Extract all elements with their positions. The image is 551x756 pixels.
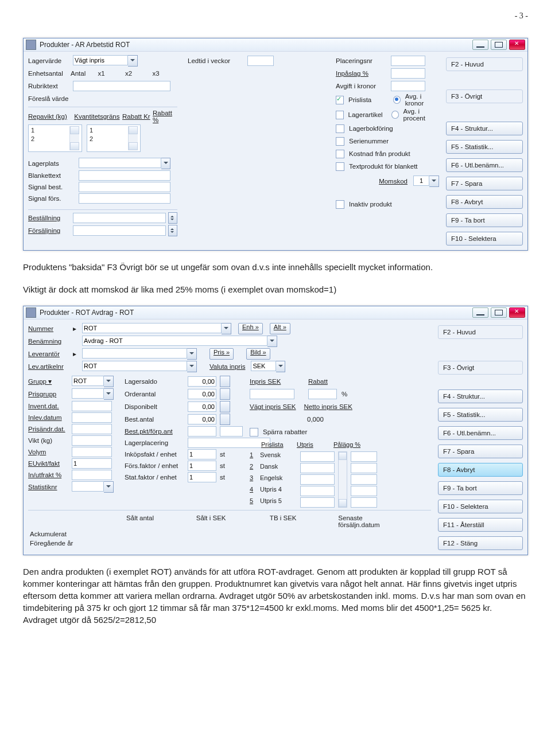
scrollbar[interactable] <box>338 451 347 508</box>
f9-tabort-button[interactable]: F9 - Ta bort <box>446 213 523 227</box>
serienr-check[interactable] <box>336 137 344 146</box>
inaktiv-check[interactable] <box>336 200 344 209</box>
f8-avbryt-button[interactable]: F8 - Avbryt <box>438 463 523 477</box>
lagerbok-check[interactable] <box>336 124 344 133</box>
stat-combo[interactable] <box>72 481 114 493</box>
maximize-button[interactable] <box>491 40 507 50</box>
invent-input[interactable] <box>72 401 112 411</box>
inlev-input[interactable] <box>72 412 112 423</box>
minimize-button[interactable] <box>472 307 488 318</box>
palagg-5[interactable] <box>351 497 377 508</box>
maximize-button[interactable] <box>491 307 507 318</box>
f11-aterstall-button[interactable]: F11 - Återställ <box>438 518 523 532</box>
inpris-input[interactable] <box>250 389 294 399</box>
chevron-down-icon[interactable] <box>187 361 197 372</box>
forsaljning-input[interactable] <box>73 225 166 236</box>
prisgrupp-combo[interactable] <box>72 388 114 400</box>
prisandr-input[interactable] <box>72 424 112 434</box>
sparra-check[interactable] <box>250 428 258 437</box>
repavikt-list[interactable]: 12 <box>28 124 82 152</box>
bestallning-spin[interactable] <box>168 212 177 224</box>
lagervarde-input[interactable] <box>73 55 128 65</box>
chevron-down-icon[interactable] <box>267 336 277 347</box>
euvikt-input[interactable] <box>72 458 112 469</box>
momskod-combo[interactable] <box>413 176 439 187</box>
signalbest-input[interactable] <box>79 182 170 192</box>
f10-selektera-button[interactable]: F10 - Selektera <box>438 500 523 513</box>
placering-input[interactable] <box>391 56 425 66</box>
f10-selektera-button[interactable]: F10 - Selektera <box>446 232 523 245</box>
vikt-input[interactable] <box>72 435 112 446</box>
prislista-check[interactable] <box>336 96 344 104</box>
bild-button[interactable]: Bild » <box>246 348 270 360</box>
chevron-down-icon[interactable] <box>222 323 231 334</box>
palagg-2[interactable] <box>351 463 377 473</box>
f5-statistik-button[interactable]: F5 - Statistik... <box>446 140 523 154</box>
f5-statistik-button[interactable]: F5 - Statistik... <box>438 408 523 422</box>
chevron-down-icon[interactable] <box>220 388 230 400</box>
utpris-5[interactable] <box>300 497 335 508</box>
f4-struktur-button[interactable]: F4 - Struktur... <box>438 389 523 403</box>
f6-utlbenamn-button[interactable]: F6 - Utl.benämn... <box>446 158 523 172</box>
lagerplats-combo[interactable] <box>79 158 170 169</box>
kvant-list[interactable]: 12 <box>87 124 141 152</box>
inpaslag-input[interactable] <box>391 68 425 79</box>
chevron-down-icon[interactable] <box>128 55 138 67</box>
f6-utlbenamn-button[interactable]: F6 - Utl.benämn... <box>438 426 523 440</box>
chevron-down-icon[interactable] <box>187 348 197 360</box>
f8-avbryt-button[interactable]: F8 - Avbryt <box>446 195 523 209</box>
chevron-down-icon[interactable] <box>276 361 285 372</box>
chevron-down-icon[interactable] <box>104 388 114 400</box>
titlebar[interactable]: Produkter - AR Arbetstid ROT <box>24 38 527 52</box>
avgp-radio[interactable] <box>391 111 399 119</box>
avgift-input[interactable] <box>391 81 425 91</box>
nummer-combo[interactable] <box>82 323 231 334</box>
bestallning-input[interactable] <box>73 213 166 223</box>
f7-spara-button[interactable]: F7 - Spara <box>446 177 523 190</box>
f3-ovrigt-button[interactable]: F3 - Övrigt <box>446 89 523 103</box>
chevron-down-icon[interactable] <box>161 158 170 169</box>
alt-button[interactable]: Alt » <box>270 323 290 334</box>
palagg-4[interactable] <box>351 486 377 496</box>
f2-huvud-button[interactable]: F2 - Huvud <box>438 325 523 339</box>
levart-combo[interactable] <box>82 361 197 372</box>
chevron-down-icon[interactable] <box>104 481 114 493</box>
utpris-1[interactable] <box>300 451 335 462</box>
rabatt-input[interactable] <box>308 389 337 399</box>
inut-input[interactable] <box>72 470 112 480</box>
volym-input[interactable] <box>72 447 112 457</box>
lagervarde-combo[interactable] <box>73 55 138 67</box>
palagg-3[interactable] <box>351 474 377 485</box>
chevron-down-icon[interactable] <box>429 176 439 187</box>
utpris-4[interactable] <box>300 486 335 496</box>
kostnad-check[interactable] <box>336 150 344 158</box>
utpris-2[interactable] <box>300 463 335 473</box>
f9-tabort-button[interactable]: F9 - Ta bort <box>438 481 523 495</box>
f4-struktur-button[interactable]: F4 - Struktur... <box>446 122 523 135</box>
f7-spara-button[interactable]: F7 - Spara <box>438 445 523 458</box>
avgkr-radio[interactable] <box>393 96 401 104</box>
titlebar[interactable]: Produkter - ROT Avdrag - ROT <box>24 306 527 319</box>
utpris-3[interactable] <box>300 474 335 485</box>
chevron-down-icon[interactable] <box>220 401 230 412</box>
textprodukt-check[interactable] <box>336 162 344 171</box>
pris-button[interactable]: Pris » <box>209 348 234 360</box>
leverantor-combo[interactable] <box>82 348 197 360</box>
signalfors-input[interactable] <box>79 193 170 204</box>
close-button[interactable] <box>509 307 525 318</box>
f12-stang-button[interactable]: F12 - Stäng <box>438 536 523 550</box>
minimize-button[interactable] <box>472 40 488 50</box>
grupp-label[interactable]: Grupp ▾ <box>28 377 68 385</box>
ledtid-input[interactable] <box>247 56 274 66</box>
benamning-combo[interactable] <box>82 336 277 347</box>
palagg-1[interactable] <box>351 451 377 462</box>
f2-huvud-button[interactable]: F2 - Huvud <box>446 57 523 71</box>
forsaljning-spin[interactable] <box>168 225 177 236</box>
lagerartikel-check[interactable] <box>336 111 344 119</box>
valuta-combo[interactable] <box>251 361 285 372</box>
grupp-combo[interactable] <box>72 376 114 387</box>
rubriktext-input[interactable] <box>73 81 170 91</box>
chevron-down-icon[interactable] <box>220 376 230 387</box>
blankettext-input[interactable] <box>79 170 170 181</box>
enh-button[interactable]: Enh » <box>238 323 263 334</box>
